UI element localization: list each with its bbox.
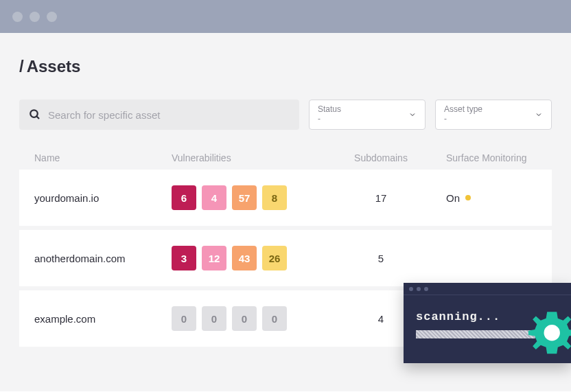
column-header-name[interactable]: Name — [34, 152, 172, 163]
surface-monitoring-cell: On — [432, 192, 537, 204]
scanner-titlebar — [404, 283, 571, 295]
window-titlebar — [0, 0, 571, 33]
subdomain-count: 5 — [329, 253, 432, 264]
asset-name: anotherdomain.com — [34, 253, 172, 264]
search-input[interactable] — [48, 109, 290, 121]
breadcrumb-slash: / — [19, 57, 24, 76]
table-row[interactable]: anotherdomain.com 3 12 43 26 5 — [19, 230, 552, 286]
medium-count-badge: 0 — [232, 306, 257, 331]
asset-type-dropdown-value: - — [444, 115, 482, 124]
window-dot — [409, 287, 413, 291]
status-dropdown[interactable]: Status - — [309, 100, 426, 130]
medium-count-badge: 43 — [232, 246, 257, 270]
surface-monitoring-status: On — [446, 192, 460, 204]
chevron-down-icon — [535, 111, 543, 119]
window-dot — [424, 287, 428, 291]
status-dot-icon — [465, 195, 471, 200]
window-dot — [417, 287, 421, 291]
subdomain-count: 17 — [329, 192, 432, 204]
svg-line-1 — [36, 116, 39, 119]
scanner-progress-bar — [416, 330, 535, 338]
status-dropdown-label: Status — [318, 105, 341, 115]
page-title: /Assets — [19, 57, 552, 76]
high-count-badge: 12 — [202, 246, 226, 270]
window-dot — [30, 12, 40, 22]
svg-point-2 — [544, 325, 560, 341]
table-header: Name Vulnerabilities Subdomains Surface … — [19, 146, 552, 170]
gear-icon — [526, 305, 571, 359]
low-count-badge: 8 — [262, 185, 287, 210]
vulnerability-badges: 0 0 0 0 — [172, 306, 329, 331]
high-count-badge: 0 — [202, 306, 226, 331]
vulnerability-badges: 6 4 57 8 — [172, 185, 329, 210]
low-count-badge: 0 — [262, 306, 287, 331]
page-title-text: Assets — [27, 57, 81, 76]
column-header-surface-monitoring[interactable]: Surface Monitoring — [432, 152, 537, 163]
medium-count-badge: 57 — [232, 185, 257, 210]
vulnerability-badges: 3 12 43 26 — [172, 246, 329, 270]
scanner-popup: scanning... — [404, 283, 571, 363]
controls-row: Status - Asset type - — [19, 100, 552, 130]
window-dot — [12, 12, 23, 22]
status-dropdown-value: - — [318, 115, 341, 124]
asset-name: example.com — [34, 313, 172, 325]
chevron-down-icon — [408, 111, 417, 119]
svg-point-0 — [30, 110, 38, 117]
column-header-vulnerabilities[interactable]: Vulnerabilities — [172, 152, 329, 163]
table-row[interactable]: yourdomain.io 6 4 57 8 17 On — [19, 170, 552, 226]
column-header-subdomains[interactable]: Subdomains — [329, 152, 432, 163]
critical-count-badge: 6 — [172, 185, 196, 210]
window-dot — [47, 12, 57, 22]
asset-type-dropdown[interactable]: Asset type - — [435, 100, 552, 130]
low-count-badge: 26 — [262, 246, 287, 270]
asset-name: yourdomain.io — [34, 192, 172, 204]
critical-count-badge: 3 — [172, 246, 196, 270]
high-count-badge: 4 — [202, 185, 226, 210]
asset-type-dropdown-label: Asset type — [444, 105, 482, 115]
critical-count-badge: 0 — [172, 306, 196, 331]
search-field-wrap[interactable] — [19, 100, 299, 130]
search-icon — [29, 108, 41, 121]
